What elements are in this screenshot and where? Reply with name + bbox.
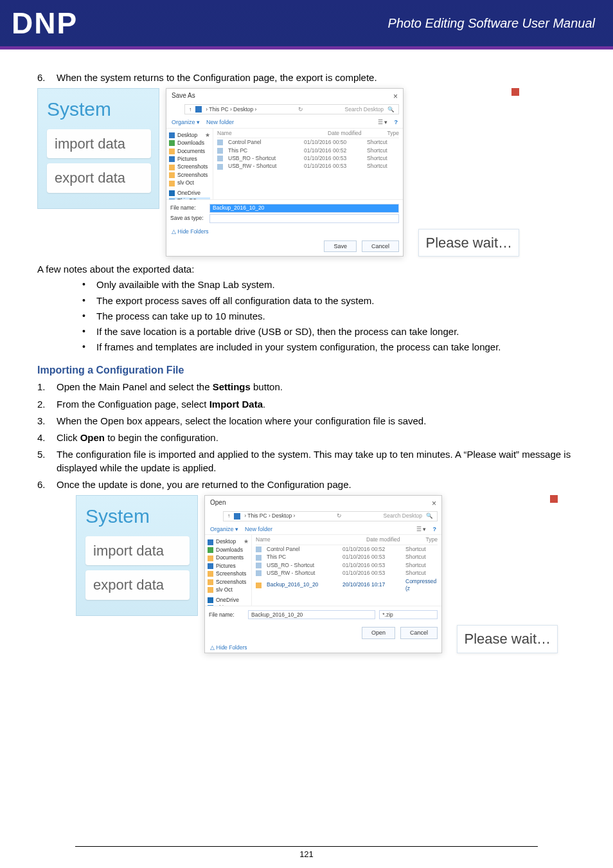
folder-icon bbox=[169, 149, 175, 154]
file-icon bbox=[256, 563, 262, 568]
import-step-6: 6. Once the update is done, you are retu… bbox=[37, 478, 576, 491]
list-item[interactable]: USB_RW - Shortcut01/10/2016 00:53Shortcu… bbox=[256, 570, 438, 577]
breadcrumb[interactable]: ↑ › This PC › Desktop › ↻ Search Desktop… bbox=[184, 104, 399, 114]
list-item[interactable]: This PC01/10/2016 00:53Shortcut bbox=[256, 554, 438, 561]
file-icon bbox=[217, 164, 223, 170]
file-name: USB_RO - Shortcut bbox=[228, 155, 299, 162]
col-type[interactable]: Type bbox=[387, 130, 399, 137]
file-name: This PC bbox=[228, 147, 299, 154]
view-icon[interactable]: ☰ ▾ bbox=[378, 118, 388, 126]
up-icon[interactable]: ↑ bbox=[227, 512, 230, 520]
nav-screenshots-2[interactable]: Screenshots bbox=[216, 579, 246, 586]
nav-screenshots-2[interactable]: Screenshots bbox=[177, 172, 208, 179]
save-as-type-select[interactable] bbox=[209, 214, 399, 223]
file-name: Backup_2016_10_20 bbox=[267, 581, 337, 588]
nav-onedrive[interactable]: OneDrive bbox=[177, 190, 200, 197]
nav-onedrive[interactable]: OneDrive bbox=[216, 597, 239, 604]
list-item[interactable]: This PC01/10/2016 00:52Shortcut bbox=[217, 147, 399, 154]
list-item[interactable]: USB_RO - Shortcut01/10/2016 00:53Shortcu… bbox=[256, 562, 438, 569]
nav-downloads[interactable]: Downloads bbox=[216, 547, 243, 554]
nav-this-pc[interactable]: This PC bbox=[177, 197, 197, 199]
file-name-input[interactable]: Backup_2016_10_20 bbox=[248, 610, 375, 619]
nav-documents[interactable]: Documents bbox=[216, 554, 244, 561]
breadcrumb[interactable]: ↑ › This PC › Desktop › ↻ Search Desktop… bbox=[223, 511, 438, 521]
nav-documents[interactable]: Documents bbox=[177, 148, 205, 155]
file-type: Compressed (z bbox=[405, 578, 438, 593]
help-icon[interactable]: ? bbox=[433, 525, 437, 533]
list-item[interactable]: Backup_2016_10_2020/10/2016 10:17Compres… bbox=[256, 578, 438, 593]
nav-this-pc[interactable]: This PC bbox=[216, 604, 235, 606]
folder-icon bbox=[169, 172, 175, 178]
step-text: From the Configuation page, select Impor… bbox=[57, 398, 576, 411]
folder-icon bbox=[208, 556, 213, 561]
nav-tree[interactable]: Desktop★ Downloads Documents Pictures Sc… bbox=[205, 535, 252, 606]
new-folder-button[interactable]: New folder bbox=[245, 525, 272, 533]
list-item[interactable]: Control Panel01/10/2016 00:50Shortcut bbox=[217, 139, 399, 146]
close-icon[interactable]: × bbox=[393, 91, 398, 102]
file-icon bbox=[256, 547, 262, 552]
search-input[interactable]: Search Desktop bbox=[345, 106, 384, 113]
import-data-button[interactable]: import data bbox=[85, 536, 190, 566]
list-item[interactable]: USB_RW - Shortcut01/10/2016 00:53Shortcu… bbox=[217, 163, 399, 170]
export-data-button[interactable]: export data bbox=[85, 570, 190, 600]
nav-tree[interactable]: Desktop★ Downloads Documents Pictures Sc… bbox=[166, 129, 213, 199]
organize-menu[interactable]: Organize ▾ bbox=[210, 525, 238, 533]
breadcrumb-path[interactable]: › This PC › Desktop › bbox=[244, 512, 295, 520]
search-icon[interactable]: 🔍 bbox=[426, 512, 433, 520]
search-input[interactable]: Search Desktop bbox=[384, 512, 422, 520]
list-item[interactable]: Control Panel01/10/2016 00:52Shortcut bbox=[256, 546, 438, 553]
step-text: Open the Main Panel and select the Setti… bbox=[57, 381, 576, 393]
nav-desktop[interactable]: Desktop bbox=[216, 538, 236, 545]
file-list[interactable]: Name Date modified Type Control Panel01/… bbox=[213, 129, 403, 199]
step-number: 2. bbox=[37, 398, 48, 411]
close-icon[interactable]: × bbox=[432, 498, 436, 509]
hide-folders-toggle[interactable]: △ Hide Folders bbox=[205, 643, 441, 653]
file-name-input[interactable]: Backup_2016_10_20 bbox=[209, 204, 399, 213]
view-icon[interactable]: ☰ ▾ bbox=[416, 525, 427, 533]
help-icon[interactable]: ? bbox=[395, 118, 398, 126]
file-type: Shortcut bbox=[367, 155, 399, 162]
list-item: The process can take up to 10 minutes. bbox=[82, 310, 576, 323]
pc-icon bbox=[234, 513, 240, 520]
onedrive-icon bbox=[208, 597, 213, 603]
col-date[interactable]: Date modified bbox=[366, 536, 400, 543]
nav-screenshots[interactable]: Screenshots bbox=[216, 570, 246, 577]
export-data-button[interactable]: export data bbox=[47, 163, 151, 193]
search-icon[interactable]: 🔍 bbox=[387, 106, 395, 113]
file-date: 01/10/2016 00:53 bbox=[342, 570, 400, 577]
nav-downloads[interactable]: Downloads bbox=[177, 140, 204, 147]
nav-desktop[interactable]: Desktop bbox=[177, 132, 197, 139]
organize-menu[interactable]: Organize ▾ bbox=[172, 118, 200, 126]
list-item[interactable]: USB_RO - Shortcut01/10/2016 00:53Shortcu… bbox=[217, 155, 399, 162]
open-button[interactable]: Open bbox=[362, 627, 395, 638]
col-date[interactable]: Date modified bbox=[328, 130, 361, 137]
up-icon[interactable]: ↑ bbox=[189, 106, 191, 113]
file-type-filter[interactable]: *.zip bbox=[379, 610, 438, 619]
nav-pictures[interactable]: Pictures bbox=[177, 156, 197, 163]
file-date: 01/10/2016 00:50 bbox=[304, 139, 362, 146]
refresh-icon[interactable]: ↻ bbox=[337, 512, 342, 520]
nav-slv-oct[interactable]: slv Oct bbox=[216, 586, 233, 593]
import-step-1: 1. Open the Main Panel and select the Se… bbox=[37, 381, 576, 393]
list-item: If the save location is a portable drive… bbox=[82, 325, 576, 338]
col-name[interactable]: Name bbox=[256, 536, 271, 543]
import-figure-row: System import data export data Open × ↑ … bbox=[76, 495, 576, 653]
cancel-button[interactable]: Cancel bbox=[400, 627, 438, 638]
col-name[interactable]: Name bbox=[217, 130, 232, 137]
new-folder-button[interactable]: New folder bbox=[206, 118, 234, 126]
col-type[interactable]: Type bbox=[426, 536, 438, 543]
file-name: USB_RW - Shortcut bbox=[228, 163, 299, 170]
file-list[interactable]: Name Date modified Type Control Panel01/… bbox=[252, 535, 441, 606]
cancel-button[interactable]: Cancel bbox=[362, 240, 399, 252]
nav-slv-oct[interactable]: slv Oct bbox=[177, 179, 194, 186]
nav-screenshots[interactable]: Screenshots bbox=[177, 163, 208, 170]
import-step-5: 5. The configuration file is imported an… bbox=[37, 448, 576, 475]
file-date: 01/10/2016 00:53 bbox=[342, 562, 400, 569]
hide-folders-toggle[interactable]: △ Hide Folders bbox=[166, 227, 403, 237]
breadcrumb-path[interactable]: › This PC › Desktop › bbox=[206, 106, 256, 113]
nav-pictures[interactable]: Pictures bbox=[216, 563, 236, 570]
folder-icon bbox=[169, 165, 175, 170]
save-button[interactable]: Save bbox=[324, 240, 357, 252]
import-data-button[interactable]: import data bbox=[47, 129, 151, 159]
refresh-icon[interactable]: ↻ bbox=[298, 106, 303, 113]
